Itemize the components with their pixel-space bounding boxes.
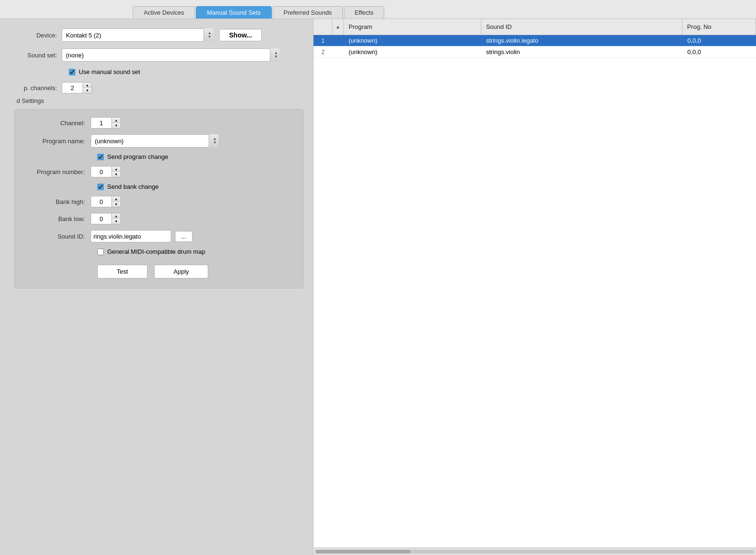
bank-high-up-button[interactable]: ▲ [112,196,120,202]
program-name-select[interactable]: (unknown) [91,134,219,148]
program-name-row: Program name: (unknown) ▲▼ [24,134,294,148]
cell-index-1: 1 [313,37,332,44]
channels-input[interactable] [62,82,83,93]
table-row[interactable]: 2 (unknown) strings.violin 0,0,0 [313,46,756,58]
program-number-spinner-buttons: ▲ ▼ [112,166,121,177]
drum-map-row: General MIDI-compatible drum map [24,248,294,255]
sound-id-label: Sound ID: [24,233,91,240]
device-label: Device: [14,32,62,39]
cell-program-2: (unknown) [344,48,481,56]
channel-row: Channel: ▲ ▼ [24,117,294,129]
device-select-wrapper: Kontakt 5 (2) ▲▼ [62,28,213,42]
send-bank-change-checkbox[interactable] [97,184,104,190]
channels-spinner: ▲ ▼ [62,82,92,93]
show-button[interactable]: Show... [219,29,262,41]
drum-map-label: General MIDI-compatible drum map [107,248,205,255]
use-manual-label: Use manual sound set [79,68,140,75]
col-header-index [313,19,332,35]
bank-high-row: Bank high: ▲ ▼ [24,196,294,207]
col-header-progno[interactable]: Prog. No [682,19,756,35]
scrollbar-thumb[interactable] [315,550,410,554]
send-program-change-checkbox[interactable] [97,154,104,160]
drum-map-checkbox[interactable] [97,249,104,255]
channel-input[interactable] [91,117,112,129]
bank-low-spinner: ▲ ▼ [91,213,121,224]
scrollbar-track [315,550,754,554]
send-program-change-row: Send program change [24,153,294,160]
use-manual-checkbox[interactable] [69,69,75,75]
use-manual-row: Use manual sound set [14,68,304,75]
cell-progno-1: 0,0,0 [682,37,756,44]
send-program-change-label: Send program change [107,153,168,160]
table-header: ▲ Program Sound ID Prog. No [313,19,756,35]
sound-id-browse-button[interactable]: ... [175,231,193,242]
soundset-select-wrapper: (none) ▲▼ [62,48,280,62]
tab-active-devices[interactable]: Active Devices [133,6,195,18]
program-number-up-button[interactable]: ▲ [112,166,120,172]
bank-high-down-button[interactable]: ▼ [112,202,120,207]
program-number-label: Program number: [24,168,91,176]
sound-id-row: Sound ID: ... [24,230,294,242]
tab-preferred-sounds[interactable]: Preferred Sounds [273,6,343,18]
tab-manual-sound-sets[interactable]: Manual Sound Sets [196,6,271,18]
program-number-down-button[interactable]: ▼ [112,172,120,177]
program-number-input[interactable] [91,166,112,177]
channels-row: p. channels: ▲ ▼ [14,82,304,93]
table-row[interactable]: 1 (unknown) strings.violin.legato 0,0,0 [313,35,756,46]
program-number-row: Program number: ▲ ▼ [24,166,294,177]
left-panel: Device: Kontakt 5 (2) ▲▼ Show... Sound s… [0,19,313,555]
bank-high-spinner-buttons: ▲ ▼ [112,196,121,207]
channels-up-button[interactable]: ▲ [83,83,92,88]
tab-effects[interactable]: Effects [344,6,385,18]
channels-down-button[interactable]: ▼ [83,88,92,93]
program-number-spinner: ▲ ▼ [91,166,121,177]
bank-low-up-button[interactable]: ▲ [112,213,120,219]
main-layout: Device: Kontakt 5 (2) ▲▼ Show... Sound s… [0,19,756,555]
channel-label: Channel: [24,120,91,127]
sound-id-input[interactable] [91,230,171,242]
cell-index-2: 2 [313,48,332,56]
col-header-program[interactable]: Program [344,19,481,35]
right-panel: ▲ Program Sound ID Prog. No 1 (unknown) … [313,19,756,555]
table-body: 1 (unknown) strings.violin.legato 0,0,0 … [313,35,756,547]
channel-up-button[interactable]: ▲ [112,118,120,123]
action-buttons: Test Apply [24,265,294,278]
program-name-select-wrapper: (unknown) ▲▼ [91,134,219,148]
bank-high-spinner: ▲ ▼ [91,196,121,207]
horizontal-scrollbar[interactable] [313,547,756,555]
apply-button[interactable]: Apply [154,265,209,278]
bank-high-label: Bank high: [24,198,91,205]
soundset-row: Sound set: (none) ▲▼ [14,48,304,62]
program-name-label: Program name: [24,138,91,145]
soundset-label: Sound set: [14,52,62,59]
cell-soundid-2: strings.violin [481,48,683,56]
channel-spinner: ▲ ▼ [91,117,121,129]
bank-low-input[interactable] [91,213,112,224]
soundset-select[interactable]: (none) [62,48,280,62]
bank-high-input[interactable] [91,196,112,207]
channel-down-button[interactable]: ▼ [112,123,120,128]
tab-bar: Active Devices Manual Sound Sets Preferr… [0,0,756,19]
bank-low-spinner-buttons: ▲ ▼ [112,213,121,224]
send-bank-change-row: Send bank change [24,183,294,190]
channel-spinner-buttons: ▲ ▼ [112,117,121,129]
settings-box: Channel: ▲ ▼ Program name: (unknown) ▲▼ [14,109,304,288]
bank-low-down-button[interactable]: ▼ [112,219,120,224]
send-bank-change-label: Send bank change [107,183,158,190]
bank-low-row: Bank low: ▲ ▼ [24,213,294,224]
test-button[interactable]: Test [97,265,148,278]
bank-low-label: Bank low: [24,215,91,222]
cell-progno-2: 0,0,0 [682,48,756,56]
channels-spinner-buttons: ▲ ▼ [83,82,92,93]
cell-soundid-1: strings.violin.legato [481,37,683,44]
col-header-soundid[interactable]: Sound ID [481,19,682,35]
cell-program-1: (unknown) [344,37,481,44]
device-select[interactable]: Kontakt 5 (2) [62,28,213,42]
col-header-sort[interactable]: ▲ [332,19,344,35]
channels-label: p. channels: [14,84,62,92]
sort-arrow-icon: ▲ [336,24,341,29]
device-row: Device: Kontakt 5 (2) ▲▼ Show... [14,28,304,42]
settings-section-label: d Settings [14,97,304,104]
